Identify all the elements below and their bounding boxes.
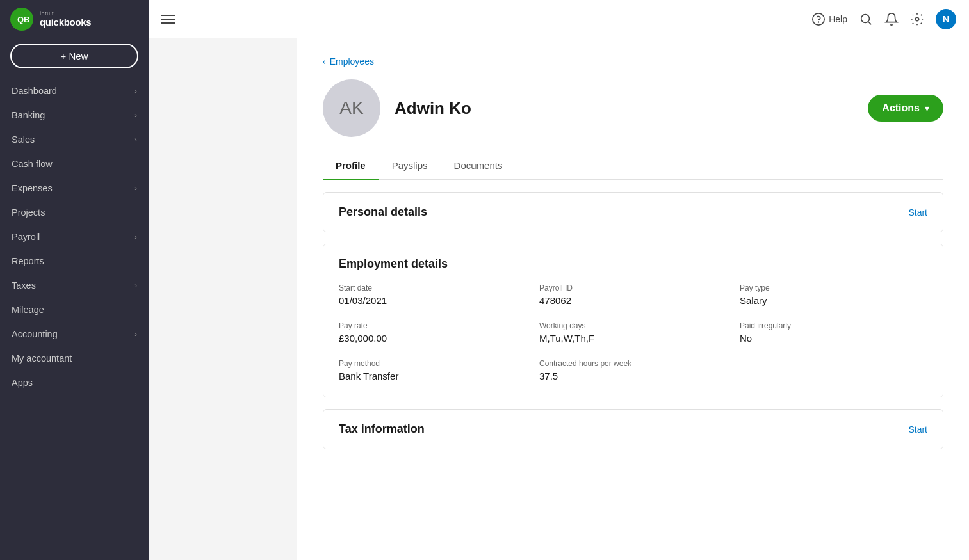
sidebar-item-my-accountant[interactable]: My accountant: [0, 346, 149, 371]
detail-pay-rate: Pay rate £30,000.00: [339, 321, 526, 344]
new-button-label: + New: [61, 51, 88, 61]
sidebar-item-label: Expenses: [12, 183, 53, 193]
actions-button[interactable]: Actions ▾: [868, 95, 943, 122]
sidebar-item-apps[interactable]: Apps: [0, 371, 149, 395]
svg-point-4: [861, 14, 870, 22]
chevron-right-icon: ›: [134, 136, 137, 143]
chevron-right-icon: ›: [134, 184, 137, 192]
quickbooks-logo-icon: QB: [10, 8, 33, 31]
detail-working-days-label: Working days: [539, 321, 727, 330]
chevron-right-icon: ›: [134, 330, 137, 338]
sidebar-item-expenses[interactable]: Expenses ›: [0, 176, 149, 200]
sidebar-item-taxes[interactable]: Taxes ›: [0, 273, 149, 298]
employment-details-body: Employment details Start date 01/03/2021…: [323, 244, 943, 397]
chevron-right-icon: ›: [134, 282, 137, 289]
topbar: Help N: [149, 0, 969, 38]
svg-point-6: [915, 17, 919, 21]
main-content: ‹ Employees AK Adwin Ko Actions ▾ Profil…: [297, 38, 969, 560]
tab-documents[interactable]: Documents: [441, 152, 516, 180]
sidebar-item-label: Payroll: [12, 232, 40, 242]
help-label: Help: [829, 14, 847, 24]
detail-start-date-value: 01/03/2021: [339, 295, 526, 306]
back-icon: ‹: [323, 56, 326, 67]
detail-pay-method: Pay method Bank Transfer: [339, 359, 526, 381]
detail-pay-rate-value: £30,000.00: [339, 333, 526, 344]
detail-working-days: Working days M,Tu,W,Th,F: [539, 321, 727, 344]
svg-text:QB: QB: [17, 15, 29, 24]
sidebar-item-label: Mileage: [12, 305, 44, 315]
detail-pay-type: Pay type Salary: [740, 284, 927, 306]
hamburger-menu-button[interactable]: [161, 15, 175, 24]
sidebar-item-payroll[interactable]: Payroll ›: [0, 225, 149, 249]
employment-detail-grid: Start date 01/03/2021 Payroll ID 478062 …: [339, 284, 927, 381]
detail-pay-rate-label: Pay rate: [339, 321, 526, 330]
sidebar-item-label: Cash flow: [12, 159, 53, 169]
help-button[interactable]: Help: [811, 12, 847, 26]
detail-pay-type-label: Pay type: [740, 284, 927, 292]
tax-information-header: Tax information Start: [323, 410, 943, 449]
detail-start-date: Start date 01/03/2021: [339, 284, 526, 306]
detail-start-date-label: Start date: [339, 284, 526, 292]
settings-button[interactable]: [910, 12, 924, 26]
sidebar-item-reports[interactable]: Reports: [0, 249, 149, 273]
tab-payslips[interactable]: Payslips: [379, 152, 441, 180]
tab-profile-label: Profile: [336, 160, 366, 171]
employee-initials: AK: [339, 98, 363, 118]
sidebar-item-label: Accounting: [12, 329, 58, 339]
sidebar-header: QB intuit quickbooks: [0, 0, 149, 38]
personal-details-start-link[interactable]: Start: [908, 207, 927, 218]
tax-information-section: Tax information Start: [323, 409, 943, 449]
sidebar-item-label: Reports: [12, 256, 44, 266]
detail-contracted-hours-value: 37.5: [539, 371, 727, 381]
chevron-right-icon: ›: [134, 233, 137, 241]
detail-payroll-id-value: 478062: [539, 295, 727, 306]
new-button[interactable]: + New: [10, 44, 138, 68]
breadcrumb[interactable]: ‹ Employees: [323, 56, 943, 67]
detail-pay-type-value: Salary: [740, 295, 927, 306]
personal-details-section: Personal details Start: [323, 192, 943, 232]
sidebar-item-projects[interactable]: Projects: [0, 200, 149, 225]
sidebar-item-label: Projects: [12, 207, 45, 218]
sidebar-item-label: My accountant: [12, 353, 72, 364]
sidebar-item-dashboard[interactable]: Dashboard ›: [0, 79, 149, 103]
employment-details-section: Employment details Start date 01/03/2021…: [323, 244, 943, 397]
sidebar-item-cashflow[interactable]: Cash flow: [0, 152, 149, 176]
sidebar-item-label: Sales: [12, 134, 35, 145]
svg-point-3: [818, 22, 819, 22]
detail-pay-method-label: Pay method: [339, 359, 526, 368]
tabs: Profile Payslips Documents: [323, 152, 943, 180]
employee-avatar: AK: [323, 79, 380, 137]
quickbooks-brand: intuit quickbooks: [40, 11, 91, 28]
chevron-down-icon: ▾: [925, 104, 929, 113]
sidebar: QB intuit quickbooks + New Dashboard › B…: [0, 0, 149, 560]
sidebar-item-banking[interactable]: Banking ›: [0, 103, 149, 127]
employee-header: AK Adwin Ko Actions ▾: [323, 79, 943, 137]
sidebar-item-label: Dashboard: [12, 86, 57, 96]
chevron-right-icon: ›: [134, 87, 137, 95]
detail-paid-irregularly: Paid irregularly No: [740, 321, 927, 344]
detail-payroll-id-label: Payroll ID: [539, 284, 727, 292]
tab-profile[interactable]: Profile: [323, 152, 379, 180]
user-avatar[interactable]: N: [936, 9, 956, 29]
svg-point-2: [813, 13, 824, 24]
sidebar-item-sales[interactable]: Sales ›: [0, 127, 149, 152]
employment-details-title: Employment details: [339, 257, 927, 271]
tab-documents-label: Documents: [454, 160, 503, 171]
detail-paid-irregularly-label: Paid irregularly: [740, 321, 927, 330]
notifications-button[interactable]: [884, 12, 899, 26]
sidebar-item-accounting[interactable]: Accounting ›: [0, 322, 149, 346]
detail-payroll-id: Payroll ID 478062: [539, 284, 727, 306]
sidebar-item-label: Apps: [12, 378, 33, 388]
tab-payslips-label: Payslips: [392, 160, 428, 171]
tax-information-title: Tax information: [339, 422, 425, 436]
user-initial: N: [943, 14, 949, 24]
sidebar-item-mileage[interactable]: Mileage: [0, 298, 149, 322]
tax-information-start-link[interactable]: Start: [908, 424, 927, 435]
actions-label: Actions: [882, 102, 920, 114]
employee-name: Adwin Ko: [395, 99, 854, 118]
sidebar-nav: Dashboard › Banking › Sales › Cash flow …: [0, 79, 149, 560]
personal-details-title: Personal details: [339, 205, 427, 219]
detail-pay-method-value: Bank Transfer: [339, 371, 526, 381]
search-button[interactable]: [859, 12, 873, 26]
detail-working-days-value: M,Tu,W,Th,F: [539, 333, 727, 344]
